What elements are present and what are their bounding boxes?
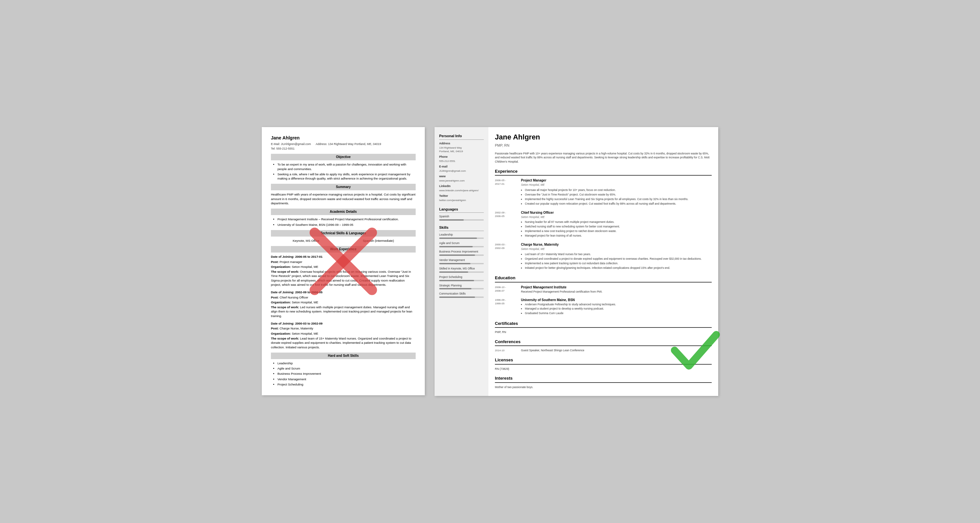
skill-bar-5 — [439, 280, 484, 281]
left-skill-4: Vendor Management — [277, 377, 416, 381]
linkedin-value: www.linkedin.com/in/jane-ahlgren/ — [439, 189, 484, 192]
left-work2-scope: The scope of work: Led nurses with multi… — [271, 305, 416, 318]
interests-container: Mother of two passionate boys. — [495, 385, 712, 389]
edu-entry-0: 2008-10 -2008-07 Project Management Inst… — [495, 285, 712, 294]
exp-bullet: Created our popular supply room relocati… — [525, 202, 712, 206]
left-tel-label: Tel: — [271, 147, 275, 150]
skill-fill-1 — [439, 246, 473, 247]
skill-name-3: Vendor Management — [439, 258, 484, 262]
lang-spanish-name: Spanish — [439, 215, 484, 219]
right-title: PMP, RN — [495, 143, 712, 148]
exp-bullet: Initiated project for better gloving/gow… — [525, 266, 712, 270]
left-email-label: E-Mail: — [271, 142, 280, 146]
skill-bar-2 — [439, 254, 484, 256]
address-value: 134 Rightward WayPortland, ME, 04019 — [439, 146, 484, 153]
left-academic-header: Academic Details — [271, 208, 416, 215]
lang-spanish-fill — [439, 219, 464, 221]
exp-bullets-2: Led team of 15+ Maternity Ward nurses fo… — [525, 253, 712, 270]
exp-title-1: Chief Nursing Officer — [521, 210, 712, 215]
left-skill-2: Agile and Scrum — [277, 366, 416, 370]
left-obj-bullet-2: Seeking a role, where I will be able to … — [277, 172, 416, 181]
left-objective-list: To be an expert in my area of work, with… — [277, 162, 416, 181]
skill-fill-4 — [439, 272, 468, 273]
email-label: E-mail — [439, 165, 484, 169]
left-work2-date: Date of Joining: 2002-09 to 2006-05 — [271, 290, 416, 294]
edu-content-1: University of Southern Maine, BSN Anders… — [521, 298, 712, 316]
edu-entry-1: 1996-09 -1999-05 University of Southern … — [495, 298, 712, 316]
right-sidebar: Personal Info Address 134 Rightward WayP… — [434, 127, 488, 396]
skill-item-4: Skilled in Keynote, MS Office — [439, 267, 484, 273]
exp-content-0: Project Manager Seton Hospital, ME Overs… — [521, 178, 712, 206]
twitter-label: Twitter — [439, 194, 484, 198]
skill-item-7: Communication Skills — [439, 292, 484, 298]
phone-label: Phone — [439, 155, 484, 159]
lang-spanish-bar — [439, 219, 484, 221]
skill-bar-3 — [439, 263, 484, 264]
left-skills-header: Hard and Soft Skills — [271, 353, 416, 359]
edu-school-0: Project Management Institute — [521, 285, 712, 290]
exp-date-2: 2000-03 -2002-09 — [495, 242, 521, 270]
exp-content-2: Charge Nurse, Maternity Seton Hospital, … — [521, 242, 712, 270]
skill-name-4: Skilled in Keynote, MS Office — [439, 267, 484, 271]
exp-entry-0: 2006-05 -2017-01 Project Manager Seton H… — [495, 178, 712, 206]
skill-name-2: Business Process Improvement — [439, 250, 484, 254]
experience-container: 2006-05 -2017-01 Project Manager Seton H… — [495, 178, 712, 270]
left-work-entry-2: Date of Joining: 2002-09 to 2006-05 Post… — [271, 290, 416, 318]
skill-fill-0 — [439, 238, 477, 239]
exp-bullet: Implemented a new patient tracking syste… — [525, 262, 712, 265]
skill-fill-5 — [439, 280, 474, 281]
left-skill-3: Business Process Improvement — [277, 372, 416, 376]
exp-bullet: Implemented a new cost tracking project … — [525, 229, 712, 233]
conf-name-0: Guest Speaker, Northeast Shingo Lean Con… — [521, 349, 712, 353]
left-work3-org: Organization: Seton Hospital, ME — [271, 331, 416, 335]
exp-bullet: Organized and coordinated a project to d… — [525, 257, 712, 261]
exp-bullets-1: Nursing leader for all 87 nurses with mu… — [525, 220, 712, 238]
edu-bullets-1: Andersen Postgraduate Fellowship to stud… — [525, 303, 712, 316]
skill-bar-0 — [439, 238, 484, 239]
edu-content-0: Project Management Institute Received Pr… — [521, 285, 712, 294]
personal-info-title: Personal Info — [439, 134, 484, 140]
edu-date-0: 2008-10 -2008-07 — [495, 285, 521, 294]
exp-bullet: Oversaw the "Just in Time Restock" proje… — [525, 193, 712, 197]
conferences-container: 2014-10 Guest Speaker, Northeast Shingo … — [495, 349, 712, 353]
left-work3-scope: The scope of work: Lead team of 15+ Mate… — [271, 336, 416, 349]
www-value: www.janeahlgren.com — [439, 179, 484, 183]
experience-section-title: Experience — [495, 169, 712, 176]
exp-entry-2: 2000-03 -2002-09 Charge Nurse, Maternity… — [495, 242, 712, 270]
exp-date-1: 2002-09 -2006-05 — [495, 210, 521, 238]
skill-bar-7 — [439, 297, 484, 298]
skill-name-5: Project Scheduling — [439, 275, 484, 279]
edu-bullet: Managed a student project to develop a w… — [525, 307, 712, 311]
left-email: JUAhlgren@gmail.com — [281, 142, 311, 146]
edu-detail-0: Received Project Management Professional… — [521, 290, 712, 294]
exp-entry-1: 2002-09 -2006-05 Chief Nursing Officer S… — [495, 210, 712, 238]
lang-spanish: Spanish — [439, 215, 484, 221]
left-academic-list: Project Management Institute – Received … — [277, 217, 416, 227]
left-address-label: Address: — [316, 142, 327, 146]
interest-item-0: Mother of two passionate boys. — [495, 385, 712, 389]
edu-school-1: University of Southern Maine, BSN — [521, 298, 712, 302]
certificates-section-title: Certificates — [495, 321, 712, 328]
exp-bullet: Managed project for lean training of all… — [525, 234, 712, 238]
exp-bullet: Nursing leader for all 87 nurses with mu… — [525, 220, 712, 224]
left-skill-1: Leadership — [277, 361, 416, 365]
left-work1-post: Post: Project manager — [271, 260, 416, 264]
left-name: Jane Ahlgren — [271, 135, 416, 141]
left-summary-header: Summary — [271, 184, 416, 190]
skill-item-6: Strategic Planning — [439, 284, 484, 290]
left-tel: 555-212-5551 — [277, 147, 295, 150]
skill-name-7: Communication Skills — [439, 292, 484, 296]
education-container: 2008-10 -2008-07 Project Management Inst… — [495, 285, 712, 316]
skill-name-6: Strategic Planning — [439, 284, 484, 288]
exp-bullet: Oversaw all major hospital projects for … — [525, 188, 712, 192]
conf-entry-0: 2014-10 Guest Speaker, Northeast Shingo … — [495, 349, 712, 353]
licenses-container: RN (73829) — [495, 367, 712, 371]
left-tel-line: Tel: 555-212-5551 — [271, 147, 416, 151]
left-technical-cols: Keynote, MS Office Spanish (intermediate… — [271, 238, 416, 243]
left-work2-org: Organization: Seton Hospital, ME — [271, 300, 416, 304]
left-tech-col2: Spanish (intermediate) — [363, 238, 394, 243]
skills-container: Leadership Agile and Scrum Business Proc… — [439, 233, 484, 298]
cert-item-0: PMP, RN — [495, 331, 712, 334]
exp-title-0: Project Manager — [521, 178, 712, 183]
exp-org-2: Seton Hospital, ME — [521, 247, 712, 251]
